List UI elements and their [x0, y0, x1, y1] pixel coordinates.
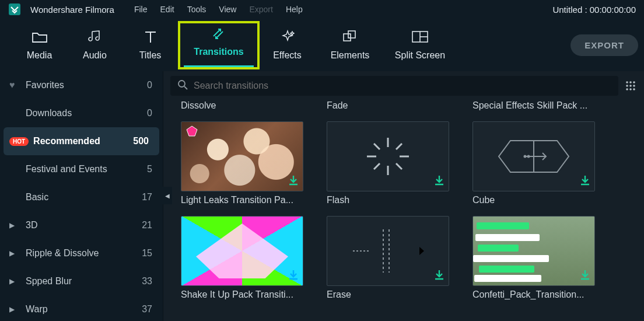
- svg-line-24: [374, 163, 380, 169]
- menu-tools[interactable]: Tools: [187, 5, 206, 14]
- splitscreen-icon: [411, 29, 429, 44]
- sidebar-item-label: Warp: [26, 304, 142, 315]
- sidebar-item-downloads[interactable]: Downloads 0: [0, 99, 163, 127]
- sidebar-item-count: 21: [142, 220, 152, 231]
- transitions-grid[interactable]: Dissolve Fade Special Effects Skill Pack…: [163, 100, 644, 321]
- svg-line-7: [184, 86, 187, 89]
- tab-label: Media: [27, 50, 52, 61]
- grid-label[interactable]: Dissolve: [181, 100, 303, 111]
- transition-item[interactable]: Light Leaks Transition Pa...: [181, 121, 303, 205]
- sidebar-item-count: 0: [147, 80, 152, 90]
- export-button[interactable]: EXPORT: [570, 34, 638, 56]
- tab-splitscreen[interactable]: Split Screen: [385, 29, 455, 61]
- transition-icon: [211, 26, 226, 41]
- tab-label: Audio: [83, 50, 107, 61]
- menu-edit[interactable]: Edit: [160, 5, 174, 14]
- active-underline: [184, 65, 254, 67]
- svg-point-29: [528, 156, 530, 158]
- erase-glyph-icon: [335, 225, 440, 277]
- search-box[interactable]: [170, 76, 618, 96]
- sidebar-item-count: 0: [147, 108, 152, 118]
- sidebar-item-label: Ripple & Dissolve: [26, 248, 142, 259]
- svg-point-10: [633, 81, 635, 83]
- title-bar: Wondershare Filmora File Edit Tools View…: [0, 0, 644, 19]
- grid-row: Light Leaks Transition Pa... Flash: [181, 121, 632, 205]
- download-icon[interactable]: [579, 269, 591, 283]
- tab-elements[interactable]: Elements: [315, 29, 385, 61]
- thumbnail: [327, 121, 449, 191]
- transition-item[interactable]: Shake It Up Pack Transiti...: [181, 216, 303, 300]
- tab-media[interactable]: Media: [12, 29, 67, 61]
- svg-point-14: [626, 88, 628, 90]
- menu-help[interactable]: Help: [286, 5, 303, 14]
- sidebar-item-count: 33: [142, 276, 152, 287]
- tab-titles[interactable]: Titles: [123, 29, 178, 61]
- sidebar-item-count: 500: [133, 136, 149, 146]
- menu-view[interactable]: View: [219, 5, 236, 14]
- download-icon[interactable]: [288, 269, 299, 283]
- grid-label[interactable]: Fade: [327, 100, 449, 111]
- download-icon[interactable]: [433, 175, 445, 189]
- sidebar-item-label: Basic: [26, 192, 142, 203]
- sidebar-item-count: 5: [147, 164, 152, 175]
- hot-badge: HOT: [9, 137, 29, 146]
- tab-audio[interactable]: Audio: [67, 29, 123, 61]
- search-icon: [177, 79, 188, 92]
- main-panel: Dissolve Fade Special Effects Skill Pack…: [163, 71, 644, 321]
- sidebar-item-speedblur[interactable]: ▶ Spped Blur 33: [0, 267, 163, 295]
- sidebar-item-3d[interactable]: ▶ 3D 21: [0, 211, 163, 239]
- grid-label[interactable]: Special Effects Skill Pack ...: [473, 100, 595, 111]
- download-icon[interactable]: [579, 175, 591, 189]
- thumbnail: [473, 216, 595, 286]
- transition-item[interactable]: Flash: [327, 121, 449, 205]
- transition-item[interactable]: Confetti_Pack_Transition...: [473, 216, 595, 300]
- item-label: Cube: [473, 195, 595, 205]
- chevron-right-icon: ▶: [9, 249, 26, 257]
- tab-effects[interactable]: Effects: [260, 29, 315, 61]
- category-sidebar[interactable]: ♥ Favorites 0 Downloads 0 HOT Recommende…: [0, 71, 163, 321]
- sidebar-item-recommended[interactable]: HOT Recommended 500: [4, 127, 159, 155]
- item-label: Light Leaks Transition Pa...: [181, 195, 303, 205]
- svg-point-15: [629, 88, 632, 90]
- svg-point-12: [629, 85, 632, 87]
- sidebar-item-count: 15: [142, 248, 152, 259]
- library-toolbar: Media Audio Titles Transitions Effects E…: [0, 19, 644, 71]
- svg-point-16: [633, 88, 635, 90]
- svg-point-28: [524, 156, 526, 158]
- svg-point-11: [626, 85, 628, 87]
- flash-glyph-icon: [359, 133, 417, 180]
- project-title: Untitled : 00:00:00:00: [552, 5, 636, 15]
- svg-point-6: [178, 81, 185, 87]
- heart-icon: ♥: [9, 80, 26, 90]
- sparkle-icon: [281, 29, 295, 44]
- collapse-sidebar-button[interactable]: ◀: [163, 187, 172, 204]
- sidebar-item-label: 3D: [26, 220, 142, 231]
- sidebar-item-count: 37: [142, 304, 152, 315]
- svg-point-9: [629, 81, 632, 83]
- menu-file[interactable]: File: [134, 5, 148, 14]
- download-icon[interactable]: [288, 175, 299, 189]
- sidebar-item-basic[interactable]: Basic 17: [0, 183, 163, 211]
- transition-item[interactable]: Erase: [327, 216, 449, 300]
- tab-label: Titles: [139, 50, 162, 61]
- svg-point-13: [633, 85, 635, 87]
- tab-label: Transitions: [194, 47, 243, 57]
- download-icon[interactable]: [433, 269, 445, 283]
- sidebar-item-ripple[interactable]: ▶ Ripple & Dissolve 15: [0, 239, 163, 267]
- grid-view-toggle-icon[interactable]: [624, 79, 637, 92]
- folder-icon: [32, 29, 48, 44]
- transition-item[interactable]: Cube: [473, 121, 595, 205]
- svg-marker-17: [187, 126, 197, 136]
- chevron-right-icon: ▶: [9, 277, 26, 285]
- sidebar-item-count: 17: [142, 192, 152, 203]
- text-icon: [144, 29, 157, 44]
- cube-glyph-icon: [490, 130, 578, 183]
- sidebar-item-warp[interactable]: ▶ Warp 37: [0, 295, 163, 321]
- tab-transitions[interactable]: Transitions: [184, 26, 254, 67]
- sidebar-item-festival[interactable]: Festival and Events 5: [0, 155, 163, 183]
- main-menu: File Edit Tools View Export Help: [134, 5, 303, 14]
- shapes-icon: [342, 29, 358, 44]
- sidebar-item-favorites[interactable]: ♥ Favorites 0: [0, 71, 163, 99]
- app-name: Wondershare Filmora: [30, 5, 114, 15]
- search-input[interactable]: [194, 81, 611, 91]
